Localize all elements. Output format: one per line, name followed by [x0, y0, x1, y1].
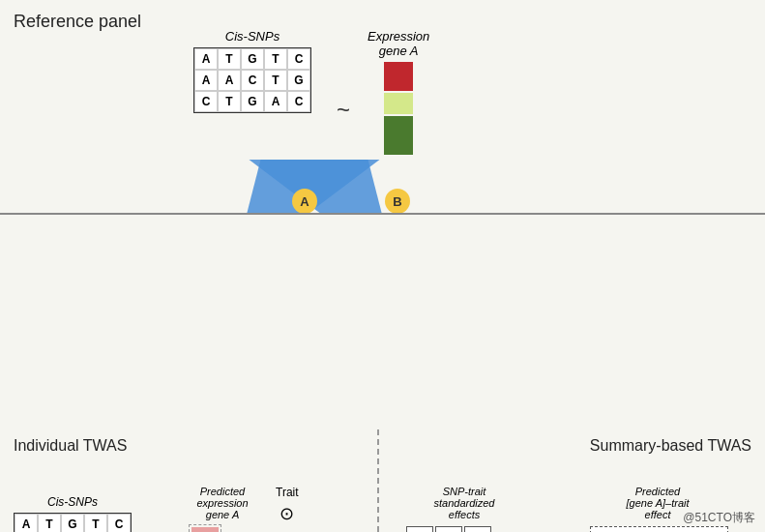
predicted-expression-bars	[189, 524, 221, 532]
top-cis-snps-container: Cis-SNPs A T G T C A A C T G C T G A C	[193, 29, 311, 113]
pred-bar-1	[191, 527, 219, 532]
circle-a-label: A	[292, 189, 317, 214]
expr-bar-3	[384, 116, 413, 155]
expr-bar-1	[384, 62, 413, 91]
vertical-divider	[377, 429, 379, 532]
trait-icon-1: ⊙	[280, 503, 294, 524]
matrix-cell: A	[15, 514, 38, 532]
matrix-cell: T	[84, 514, 107, 532]
matrix-cell: G	[61, 514, 84, 532]
matrix-cell: T	[218, 48, 241, 70]
trait-label: Trait	[276, 486, 299, 499]
trait-column: Trait ⊙ ⊘ ⊘ ⊘ ⊘ ⊘	[276, 486, 299, 532]
bottom-section: Individual TWAS Summary-based TWAS Cis-S…	[0, 215, 765, 532]
matrix-cell: A	[264, 91, 287, 112]
tilde-top: ~	[337, 97, 350, 124]
matrix-cell: T	[218, 91, 241, 112]
summary-twas-label: Summary-based TWAS	[590, 437, 751, 455]
trait-icon-2: ⊘	[280, 528, 294, 532]
matrix-cell: C	[241, 70, 264, 91]
matrix-cell: A	[194, 70, 218, 91]
bottom-cis-snps-matrix: A T G T C A A C T G C T G A C C T G A C …	[14, 513, 132, 532]
top-cis-snps-label: Cis-SNPs	[193, 29, 311, 44]
trait-icons: ⊙ ⊘ ⊘ ⊘ ⊘ ⊘	[276, 503, 299, 532]
matrix-cell: G	[287, 70, 310, 91]
reference-panel-title: Reference panel	[14, 12, 141, 32]
matrix-cell: T	[264, 48, 287, 70]
matrix-cell: T	[264, 70, 287, 91]
circle-b-label: B	[385, 189, 410, 214]
matrix-cell: C	[194, 91, 218, 112]
watermark: @51CTO博客	[683, 510, 755, 526]
matrix-cell: C	[107, 514, 131, 532]
expression-gene-a-container: Expressiongene A	[368, 29, 429, 155]
snp-trait-container: SNP-traitstandardizedeffects z₁ z₂ z₃ ..…	[406, 486, 522, 532]
top-cis-snps-matrix: A T G T C A A C T G C T G A C	[193, 47, 311, 113]
predicted-expression-label: Predictedexpressiongene A	[189, 486, 256, 520]
z-score-2: z₂	[435, 526, 462, 532]
expr-bar-2	[384, 93, 413, 114]
bottom-cis-snps-container: Cis-SNPs A T G T C A A C T G C T G A C C…	[14, 495, 132, 532]
matrix-cell: A	[218, 70, 241, 91]
matrix-cell: G	[241, 48, 264, 70]
expression-gene-a-label: Expressiongene A	[368, 29, 429, 58]
bottom-cis-snps-label: Cis-SNPs	[14, 495, 132, 509]
matrix-cell: G	[241, 91, 264, 112]
predicted-expression-container: Predictedexpressiongene A	[189, 486, 256, 532]
individual-twas-label: Individual TWAS	[14, 437, 127, 455]
matrix-cell: C	[287, 48, 310, 70]
z-score-1: z₁	[406, 526, 433, 532]
snp-trait-label: SNP-traitstandardizedeffects	[406, 486, 522, 520]
expression-bars	[368, 62, 429, 155]
matrix-cell: A	[194, 48, 218, 70]
z-score-3: z₃	[464, 526, 491, 532]
z-scores-row: z₁ z₂ z₃ ...	[406, 526, 522, 532]
matrix-cell: C	[287, 91, 310, 112]
matrix-cell: T	[38, 514, 61, 532]
formula-box: w₁z₁ + w₂z₂ + w₃z₃ + ...	[590, 526, 728, 532]
